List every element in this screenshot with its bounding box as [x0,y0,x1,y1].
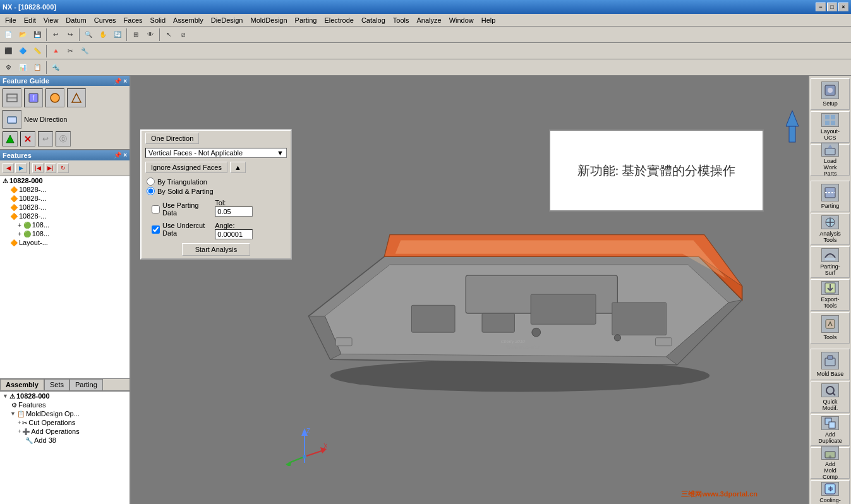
tab-parting[interactable]: Parting [69,379,103,390]
fg-action-3[interactable]: ↩ [38,131,53,147]
menu-item-solid[interactable]: Solid [147,15,169,25]
rs-mold-base[interactable]: Mold Base [811,349,850,380]
radio-solid-parting[interactable] [147,187,155,195]
menu-item-help[interactable]: Help [478,15,500,25]
tb3-btn2[interactable]: 📊 [16,61,30,75]
fit-btn[interactable]: ⊞ [129,28,143,42]
rs-load-work-parts[interactable]: LoadWorkParts [811,144,850,176]
save-btn[interactable]: 💾 [30,28,44,42]
menu-item-catalog[interactable]: Catalog [358,15,389,25]
view-btn[interactable]: 👁 [143,28,157,42]
rs-add-mold-comp[interactable]: + AddMoldComp [811,447,850,479]
tb3-btn1[interactable]: ⚙ [1,61,15,75]
one-direction-button[interactable]: One Direction [145,133,199,144]
menu-item-analyze[interactable]: Analyze [413,15,445,25]
fg-icon-5[interactable] [3,110,21,129]
zoom-btn[interactable]: 🔍 [81,28,95,42]
tol-input[interactable] [215,207,253,217]
tb2-btn3[interactable]: 📏 [30,44,44,58]
vertical-faces-dropdown[interactable]: Vertical Faces - Not Applicable ▼ [145,148,287,158]
fg-action-2[interactable] [20,131,35,147]
sel-btn[interactable]: ↖ [162,28,176,42]
menu-item-window[interactable]: Window [445,15,478,25]
menu-item-molddesign[interactable]: MoldDesign [246,15,291,25]
menu-item-faces[interactable]: Faces [120,15,147,25]
redo-btn[interactable]: ↪ [63,28,77,42]
menu-item-view[interactable]: View [40,15,63,25]
nav-2[interactable]: ▶| [45,163,56,173]
rs-setup[interactable]: Setup [811,78,850,110]
nav-3[interactable]: ↻ [57,163,69,173]
tab-sets[interactable]: Sets [44,379,69,390]
menu-item-diedesign[interactable]: DieDesign [207,15,247,25]
rs-tools[interactable]: Tools [811,312,850,344]
tree-root[interactable]: ⚠ 10828-000 [0,176,130,185]
tree2-features[interactable]: ⚙ Features [8,400,130,409]
tree-item-5[interactable]: + 🟢 108... [15,220,130,229]
menu-item-edit[interactable]: Edit [20,15,40,25]
fg-icon-3[interactable] [45,88,64,107]
tb2-btn2[interactable]: 🔷 [16,44,30,58]
nav-fwd[interactable]: ▶ [15,163,27,173]
undo-btn[interactable]: ↩ [49,28,63,42]
menu-item-datum[interactable]: Datum [62,15,90,25]
rs-add-duplicate[interactable]: AddDuplicate [811,414,850,446]
fg-action-1[interactable] [3,131,18,147]
menu-item-file[interactable]: File [1,15,20,25]
rs-layout[interactable]: Layout-UCS [811,111,850,143]
tree2-add-ops[interactable]: + ➕ Add Operations [15,427,130,436]
tb2-btn6[interactable]: 🔧 [78,44,92,58]
features-pin[interactable]: 📌 × [114,152,127,159]
maximize-button[interactable]: □ [827,3,837,11]
tree2-cut-ops[interactable]: + ✂ Cut Operations [15,418,130,427]
fg-icon-1[interactable] [3,88,21,107]
tree-item-7[interactable]: 🔶 Layout-... [8,238,130,247]
rs-quick-modify[interactable]: QuickModif. [811,381,850,413]
tb2-btn4[interactable]: 🔺 [49,44,63,58]
start-analysis-button[interactable]: Start Analysis [182,243,251,256]
tree-item-3[interactable]: 🔶 10828-... [8,203,130,212]
rs-export[interactable]: Export-Tools [811,279,850,311]
open-btn[interactable]: 📂 [16,28,30,42]
nav-1[interactable]: |◀ [32,163,44,173]
menu-item-tools[interactable]: Tools [389,15,413,25]
rs-parting[interactable]: Parting [811,181,850,212]
tree2-root[interactable]: ▼ ⚠ 10828-000 [0,392,130,400]
tree-item-6[interactable]: + 🟢 108... [15,229,130,238]
nav-back[interactable]: ◀ [3,163,14,173]
tb3-btn3[interactable]: 📋 [30,61,44,75]
viewport[interactable]: 新功能: 基於實體的分模操作 One Direction Vertical Fa… [131,76,808,504]
tree-item-4[interactable]: 🔶 10828-... [8,212,130,220]
new-btn[interactable]: 📄 [1,28,15,42]
menu-item-curves[interactable]: Curves [90,15,120,25]
minimize-button[interactable]: − [816,3,826,11]
tree-item-2[interactable]: 🔶 10828-... [8,194,130,203]
direction-arrow-button[interactable]: ▲ [230,162,246,173]
angle-input[interactable] [215,229,253,239]
menu-item-electrode[interactable]: Electrode [320,15,357,25]
fg-icon-4[interactable] [67,88,86,107]
ignore-assigned-faces-button[interactable]: Ignore Assigned Faces [145,162,227,173]
tree2-add38[interactable]: 🔧 Add 38 [23,436,130,445]
tb2-btn1[interactable]: ⬛ [1,44,15,58]
tb3-btn4[interactable]: 🔩 [49,61,63,75]
tree-item-1[interactable]: 🔶 10828-... [8,185,130,194]
use-undercut-checkbox[interactable] [152,225,160,234]
use-parting-checkbox[interactable] [152,205,160,213]
rotate-btn[interactable]: 🔄 [111,28,124,42]
menu-item-parting[interactable]: Parting [291,15,321,25]
fg-action-4[interactable]: ⓪ [56,131,71,147]
rs-cooling[interactable]: ❄ Cooling-Design [811,480,850,504]
tab-assembly[interactable]: Assembly [0,379,44,390]
fg-icon-2[interactable]: f [24,88,43,107]
tree2-molddesign[interactable]: ▼ 📋 MoldDesign Op... [8,409,130,418]
radio-triangulation[interactable] [147,177,155,186]
feature-guide-pin[interactable]: 📌 × [114,78,127,85]
tb2-btn5[interactable]: ✂ [63,44,77,58]
filter-btn[interactable]: ⧄ [176,28,190,42]
close-button[interactable]: × [838,3,848,11]
menu-item-assembly[interactable]: Assembly [169,15,207,25]
rs-parting-surf[interactable]: Parting-Surf [811,246,850,278]
pan-btn[interactable]: ✋ [96,28,110,42]
rs-analysis-tools[interactable]: AnalysisTools [811,213,850,245]
